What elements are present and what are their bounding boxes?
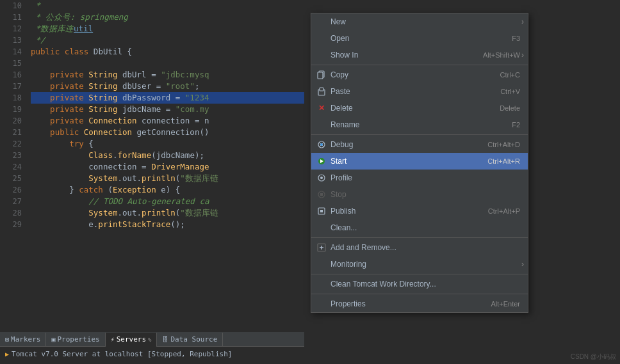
- server-icon: ▶: [5, 351, 9, 358]
- line-number: 11: [0, 12, 22, 23]
- line-number: 17: [0, 81, 22, 92]
- watermark: CSDN @小码叔: [571, 352, 616, 361]
- line-number: 14: [0, 46, 22, 58]
- tab-label: Markers: [11, 335, 40, 344]
- bottom-tab-properties[interactable]: ▣Properties: [46, 333, 105, 347]
- line-number: 24: [0, 161, 22, 173]
- code-line[interactable]: try {: [31, 138, 304, 150]
- line-number: 26: [0, 184, 22, 196]
- code-container: 1011121314151617181920212223242526272829…: [0, 0, 304, 364]
- menu-item-icon-clean: [316, 223, 327, 233]
- code-line[interactable]: private Connection connection = n: [31, 115, 304, 127]
- code-line[interactable]: Class.forName(jdbcName);: [31, 150, 304, 161]
- menu-item-icon-start: [316, 156, 327, 166]
- menu-shortcut-copy: Ctrl+C: [500, 71, 520, 79]
- menu-item-debug[interactable]: DebugCtrl+Alt+D: [311, 136, 528, 153]
- menu-item-icon-publish: [316, 206, 327, 216]
- menu-item-start[interactable]: StartCtrl+Alt+R: [311, 153, 528, 170]
- tab-icon-datasource: 🗄: [162, 336, 168, 343]
- menu-item-icon-debug: [316, 139, 327, 150]
- menu-item-clean_tomcat[interactable]: Clean Tomcat Work Directory...: [311, 276, 528, 292]
- code-lines[interactable]: * * 公众号: springmeng *数据库连util */public c…: [26, 0, 304, 230]
- line-number: 10: [0, 0, 22, 12]
- tab-label: Properties: [57, 335, 99, 344]
- menu-item-new[interactable]: New: [311, 13, 528, 30]
- menu-label-profile: Profile: [330, 173, 352, 182]
- menu-item-icon-rename: [316, 120, 327, 130]
- menu-separator: [311, 134, 528, 135]
- menu-item-icon-new: [316, 17, 327, 27]
- menu-item-show_in[interactable]: Show InAlt+Shift+W: [311, 47, 528, 63]
- bottom-tabs: ⊠Markers▣Properties⚡Servers%🗄Data Source: [0, 333, 304, 347]
- menu-shortcut-debug: Ctrl+Alt+D: [487, 141, 520, 148]
- code-line[interactable]: // TODO Auto-generated ca: [31, 196, 304, 207]
- menu-item-profile[interactable]: Profile: [311, 170, 528, 186]
- menu-separator: [311, 65, 528, 65]
- line-number: 19: [0, 104, 22, 115]
- tab-icon-properties: ▣: [51, 336, 55, 343]
- menu-item-rename[interactable]: RenameF2: [311, 116, 528, 133]
- line-number: 23: [0, 150, 22, 161]
- menu-item-icon-open: [316, 33, 327, 44]
- menu-item-icon-monitoring: [316, 259, 327, 269]
- svg-rect-3: [320, 88, 323, 91]
- code-line[interactable]: System.out.println("数据库链: [31, 207, 304, 219]
- menu-item-properties[interactable]: PropertiesAlt+Enter: [311, 296, 528, 312]
- menu-item-clean[interactable]: Clean...: [311, 219, 528, 236]
- menu-separator: [311, 294, 528, 294]
- menu-label-show_in: Show In: [330, 51, 358, 59]
- code-line[interactable]: e.printStackTrace();: [31, 219, 304, 230]
- menu-label-monitoring: Monitoring: [330, 260, 366, 269]
- menu-label-clean_tomcat: Clean Tomcat Work Directory...: [330, 280, 436, 289]
- menu-shortcut-open: F3: [512, 35, 520, 42]
- bottom-tab-datasource[interactable]: 🗄Data Source: [157, 333, 223, 347]
- menu-item-copy[interactable]: CopyCtrl+C: [311, 67, 528, 83]
- bottom-tab-servers[interactable]: ⚡Servers%: [106, 333, 158, 347]
- line-number: 29: [0, 219, 22, 230]
- menu-label-publish: Publish: [330, 207, 355, 216]
- menu-item-monitoring[interactable]: Monitoring: [311, 256, 528, 273]
- bottom-panel: ⊠Markers▣Properties⚡Servers%🗄Data Source…: [0, 332, 304, 364]
- code-line[interactable]: private String dbUser = "root";: [31, 81, 304, 92]
- menu-item-add_remove[interactable]: Add and Remove...: [311, 239, 528, 256]
- svg-rect-11: [320, 193, 323, 196]
- code-line[interactable]: public Connection getConnection(): [31, 127, 304, 138]
- code-line[interactable]: *: [31, 0, 304, 12]
- code-line[interactable]: */: [31, 35, 304, 46]
- menu-item-delete[interactable]: ✕DeleteDelete: [311, 100, 528, 116]
- menu-label-clean: Clean...: [330, 223, 357, 232]
- line-number: 12: [0, 23, 22, 35]
- menu-item-publish[interactable]: PublishCtrl+Alt+P: [311, 203, 528, 219]
- code-line[interactable]: private String jdbcName = "com.my: [31, 104, 304, 115]
- code-line[interactable]: * 公众号: springmeng: [31, 12, 304, 23]
- menu-label-add_remove: Add and Remove...: [330, 243, 396, 252]
- menu-shortcut-properties: Alt+Enter: [491, 300, 520, 308]
- code-line[interactable]: System.out.println("数据库链: [31, 173, 304, 184]
- menu-item-stop: Stop: [311, 186, 528, 203]
- line-number: 13: [0, 35, 22, 46]
- code-line[interactable]: [31, 58, 304, 69]
- code-line[interactable]: private String dbPassword = "1234: [31, 92, 304, 104]
- code-line[interactable]: private String dbUrl = "jdbc:mysq: [31, 69, 304, 81]
- menu-separator: [311, 237, 528, 238]
- menu-item-paste[interactable]: PasteCtrl+V: [311, 83, 528, 100]
- line-numbers: 1011121314151617181920212223242526272829: [0, 0, 26, 230]
- code-line[interactable]: connection = DriverManage: [31, 161, 304, 173]
- code-line[interactable]: *数据库连util: [31, 23, 304, 35]
- svg-point-5: [320, 143, 323, 146]
- menu-item-icon-stop: [316, 189, 327, 200]
- server-row[interactable]: ▶Tomcat v7.0 Server at localhost [Stoppe…: [0, 347, 304, 361]
- line-number: 18: [0, 92, 22, 104]
- menu-item-open[interactable]: OpenF3: [311, 30, 528, 47]
- menu-shortcut-start: Ctrl+Alt+R: [487, 157, 520, 165]
- menu-label-open: Open: [330, 34, 349, 43]
- line-number: 25: [0, 173, 22, 184]
- bottom-tab-markers[interactable]: ⊠Markers: [0, 333, 46, 347]
- menu-shortcut-show_in: Alt+Shift+W: [483, 51, 520, 59]
- line-number: 16: [0, 69, 22, 81]
- menu-item-icon-show_in: [316, 50, 327, 60]
- code-line[interactable]: } catch (Exception e) {: [31, 184, 304, 196]
- menu-label-paste: Paste: [330, 87, 350, 96]
- menu-label-debug: Debug: [330, 140, 353, 149]
- code-line[interactable]: public class DbUtil {: [31, 46, 304, 58]
